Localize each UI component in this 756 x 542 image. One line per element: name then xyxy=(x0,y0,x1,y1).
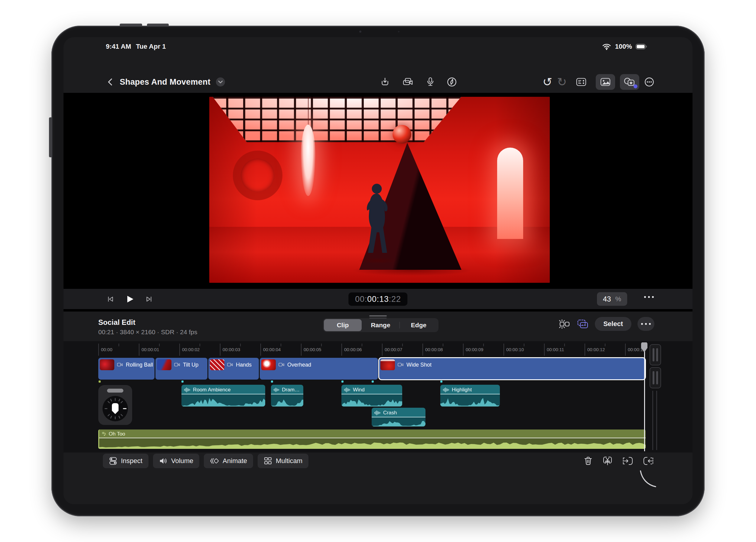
audio-clip[interactable]: Highlight xyxy=(440,385,500,407)
pencil-draw-icon[interactable] xyxy=(447,77,457,87)
mode-range[interactable]: Range xyxy=(362,319,399,331)
select-button[interactable]: Select xyxy=(595,317,631,331)
video-camera-icon xyxy=(117,362,123,367)
redo-icon[interactable]: ↻ xyxy=(557,76,567,88)
edit-mode-segmented-control: Clip Range Edge xyxy=(323,318,438,332)
audio-waveform xyxy=(440,394,500,407)
video-camera-icon xyxy=(398,362,404,367)
music-clip[interactable]: ✳♪ Oh Too xyxy=(98,429,646,449)
status-date: Tue Apr 1 xyxy=(136,43,166,51)
undo-icon[interactable]: ↺ xyxy=(543,76,552,88)
import-icon[interactable] xyxy=(380,77,390,87)
media-browser-button[interactable] xyxy=(596,74,615,90)
viewer-zoom-control[interactable]: 43 % xyxy=(597,292,627,306)
track-height-control[interactable] xyxy=(650,344,661,365)
audio-clip[interactable]: Drama… xyxy=(271,385,303,407)
title-menu-button[interactable] xyxy=(216,77,225,87)
video-clip[interactable]: Tilt Up xyxy=(155,358,207,380)
music-note-icon: ✳♪ xyxy=(102,431,106,437)
video-camera-icon xyxy=(174,362,180,367)
multicam-button[interactable]: Multicam xyxy=(258,454,308,468)
audio-waveform-icon xyxy=(443,387,449,393)
audio-clip[interactable]: Room Ambience xyxy=(181,385,265,407)
pencil-corner-gesture xyxy=(637,470,657,490)
playhead-line xyxy=(644,351,645,451)
dial-ticks xyxy=(103,396,128,421)
animate-button[interactable]: Animate xyxy=(204,454,253,468)
timecode-display[interactable]: 00:00:13:22 xyxy=(348,292,407,306)
connection-dot xyxy=(440,380,442,383)
skip-back-icon[interactable] xyxy=(106,295,114,303)
connection-dot xyxy=(181,380,184,383)
animate-icon xyxy=(210,457,219,465)
trim-start-icon[interactable] xyxy=(622,456,633,466)
dial-handle xyxy=(107,389,123,393)
scrollbar-track[interactable] xyxy=(656,391,657,450)
magnetic-timeline-icon[interactable] xyxy=(559,319,571,329)
timecode-frames: :22 xyxy=(389,295,401,304)
video-frame[interactable] xyxy=(209,97,550,283)
media-browser-icon xyxy=(600,77,611,87)
skip-forward-icon[interactable] xyxy=(145,295,153,303)
inspector-button[interactable] xyxy=(572,74,591,90)
inspector-icon xyxy=(576,77,587,87)
chevron-down-icon xyxy=(218,80,223,83)
zoom-value: 43 xyxy=(603,295,611,303)
connection-dot xyxy=(372,380,374,383)
pencil-tip-pointer xyxy=(112,403,119,414)
trim-end-icon[interactable] xyxy=(643,456,654,466)
pencil-dial-widget[interactable] xyxy=(98,385,132,425)
app-screen: 9:41 AM Tue Apr 1 100% xyxy=(64,37,692,504)
light-archway xyxy=(497,148,523,239)
viewer-more-icon[interactable] xyxy=(644,296,654,298)
microphone-icon[interactable] xyxy=(425,77,435,87)
clip-thumbnail xyxy=(157,359,171,370)
inspect-button[interactable]: Inspect xyxy=(103,454,148,468)
floating-sphere xyxy=(393,125,411,144)
transport-bar: 00:00:13:22 43 % xyxy=(64,289,692,309)
clip-thumbnail xyxy=(210,359,224,370)
effects-browser-button[interactable] xyxy=(620,74,639,90)
video-camera-icon xyxy=(279,362,285,367)
more-icon[interactable] xyxy=(644,77,654,87)
audio-waveform xyxy=(341,394,402,407)
timeline-panel: Social Edit 00:21 · 3840 × 2160 · SDR · … xyxy=(64,312,692,504)
track-scroll-control[interactable] xyxy=(650,367,661,388)
project-title[interactable]: Shapes And Movement xyxy=(120,77,210,87)
clip-thumbnail xyxy=(261,359,276,370)
volume-button[interactable]: Volume xyxy=(153,454,199,468)
timeline-ruler[interactable]: 00:00 00:00:01 00:00:02 00:00:03 00:00:0… xyxy=(98,343,647,357)
project-meta: 00:21 · 3840 × 2160 · SDR · 24 fps xyxy=(98,328,197,336)
back-chevron-icon[interactable] xyxy=(106,77,114,87)
mode-edge[interactable]: Edge xyxy=(400,319,438,331)
connection-dot xyxy=(271,380,273,383)
play-icon[interactable] xyxy=(125,295,134,304)
audio-clip[interactable]: Wind xyxy=(341,385,402,407)
audio-waveform xyxy=(372,417,425,426)
audio-waveform-icon xyxy=(184,387,191,393)
camera-sensor xyxy=(398,31,399,32)
video-clip-selected[interactable]: Wide Shot xyxy=(379,358,645,380)
dial-face xyxy=(103,396,128,421)
scrollbar-track[interactable] xyxy=(652,391,653,450)
audio-waveform-icon xyxy=(273,387,279,393)
video-clip[interactable]: Rolling Ball xyxy=(98,358,155,380)
trash-icon[interactable] xyxy=(584,456,593,466)
zoom-unit: % xyxy=(615,295,621,303)
connection-dot xyxy=(99,380,101,383)
timeline-more-button[interactable] xyxy=(637,317,654,331)
viewer-area xyxy=(64,93,692,289)
overwrite-mode-icon[interactable] xyxy=(577,319,589,329)
volume-icon xyxy=(159,457,168,465)
multicam-icon xyxy=(264,457,272,465)
video-clip[interactable]: Overhead xyxy=(260,358,378,380)
video-clip[interactable]: Hands xyxy=(208,358,259,380)
timecode-hours: 00: xyxy=(355,295,367,304)
front-camera xyxy=(359,31,361,33)
audio-waveform xyxy=(271,394,303,407)
audio-clip[interactable]: Crash xyxy=(372,408,425,426)
project-name: Social Edit xyxy=(98,318,135,327)
record-camera-icon[interactable] xyxy=(402,77,414,87)
split-scissors-icon[interactable] xyxy=(602,456,613,466)
mode-clip[interactable]: Clip xyxy=(324,319,362,331)
